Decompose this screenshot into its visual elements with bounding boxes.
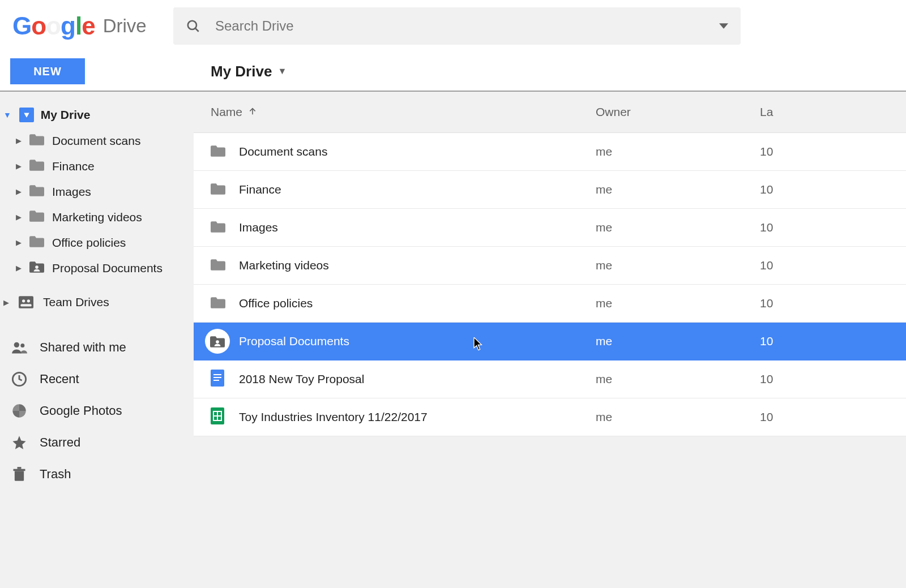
table-row[interactable]: Marketing videosme10 xyxy=(194,247,906,285)
file-name: Finance xyxy=(239,183,596,196)
folder-icon xyxy=(211,296,225,311)
breadcrumb[interactable]: My Drive ▼ xyxy=(211,63,287,80)
folder-icon xyxy=(211,258,225,273)
search-bar[interactable] xyxy=(173,7,741,45)
folder-icon xyxy=(29,133,44,148)
folder-icon xyxy=(211,182,225,198)
table-row[interactable]: Document scansme10 xyxy=(194,133,906,171)
product-label: Drive xyxy=(103,15,147,37)
chevron-down-icon: ▼ xyxy=(277,66,287,76)
nav-item-label: Trash xyxy=(40,467,71,482)
nav-item-trash[interactable]: Trash xyxy=(0,458,194,490)
file-modified: 10 xyxy=(760,183,906,196)
sidebar-item-marketing-videos[interactable]: ▶Marketing videos xyxy=(0,204,194,230)
file-owner: me xyxy=(596,183,760,196)
file-owner: me xyxy=(596,297,760,310)
nav-item-starred[interactable]: Starred xyxy=(0,427,194,458)
search-icon[interactable] xyxy=(186,19,200,33)
file-modified: 10 xyxy=(760,259,906,272)
file-name: Images xyxy=(239,221,596,234)
folder-icon xyxy=(29,209,44,225)
svg-point-2 xyxy=(35,265,39,269)
logo[interactable]: Google Drive xyxy=(12,12,173,40)
column-header-name[interactable]: Name xyxy=(211,105,596,119)
file-modified: 10 xyxy=(760,410,906,424)
sidebar-item-proposal-documents[interactable]: ▶Proposal Documents xyxy=(0,255,194,281)
column-modified-label: La xyxy=(760,105,773,118)
nav-item-google-photos[interactable]: Google Photos xyxy=(0,395,194,427)
shared-folder-icon xyxy=(205,329,230,354)
sidebar-item-label: Images xyxy=(52,185,91,199)
sidebar-item-office-policies[interactable]: ▶Office policies xyxy=(0,230,194,255)
caret-right-icon: ▶ xyxy=(16,264,22,272)
sidebar-item-label: Proposal Documents xyxy=(52,261,163,275)
nav-item-recent[interactable]: Recent xyxy=(0,363,194,395)
table-row[interactable]: Imagesme10 xyxy=(194,209,906,247)
sidebar: ▼ My Drive ▶Document scans▶Finance▶Image… xyxy=(0,92,194,588)
drive-icon xyxy=(19,108,34,122)
svg-rect-17 xyxy=(213,377,221,378)
google-sheet-icon xyxy=(211,407,224,427)
svg-rect-18 xyxy=(213,380,219,381)
sidebar-item-team-drives[interactable]: ▶ Team Drives xyxy=(0,289,194,316)
file-name: 2018 New Toy Proposal xyxy=(239,372,596,386)
caret-down-icon: ▼ xyxy=(3,110,11,119)
sidebar-root-label: My Drive xyxy=(41,108,91,122)
sidebar-item-label: Office policies xyxy=(52,236,126,250)
sidebar-item-label: Marketing videos xyxy=(52,211,142,224)
google-logo: Google xyxy=(12,12,95,40)
svg-point-7 xyxy=(14,342,19,347)
table-header: Name Owner La xyxy=(194,92,906,132)
folder-icon xyxy=(29,184,44,199)
svg-rect-11 xyxy=(14,469,25,471)
folder-icon xyxy=(29,158,44,174)
file-modified: 10 xyxy=(760,297,906,310)
sidebar-item-my-drive[interactable]: ▼ My Drive xyxy=(0,102,194,128)
new-button[interactable]: NEW xyxy=(10,58,85,84)
svg-point-14 xyxy=(216,340,219,344)
file-modified: 10 xyxy=(760,372,906,386)
table-row[interactable]: Proposal Documentsme10 xyxy=(194,323,906,360)
caret-right-icon: ▶ xyxy=(16,213,22,221)
svg-rect-10 xyxy=(15,471,24,481)
svg-point-4 xyxy=(22,299,25,302)
nav-item-label: Starred xyxy=(40,435,80,450)
star-icon xyxy=(11,435,27,450)
table-row[interactable]: Financeme10 xyxy=(194,171,906,209)
caret-right-icon: ▶ xyxy=(3,298,9,307)
svg-point-8 xyxy=(20,344,24,347)
search-input[interactable] xyxy=(215,18,704,34)
file-name: Office policies xyxy=(239,297,596,310)
table-row[interactable]: 2018 New Toy Proposalme10 xyxy=(194,360,906,398)
nav-item-label: Shared with me xyxy=(40,340,126,355)
column-header-owner[interactable]: Owner xyxy=(596,105,760,119)
sidebar-item-document-scans[interactable]: ▶Document scans xyxy=(0,128,194,153)
svg-rect-12 xyxy=(18,467,22,469)
trash-icon xyxy=(11,466,27,482)
subheader: NEW My Drive ▼ xyxy=(0,52,906,92)
folder-icon xyxy=(29,235,44,250)
main: Name Owner La Document scansme10Financem… xyxy=(194,92,906,588)
sidebar-item-images[interactable]: ▶Images xyxy=(0,179,194,204)
body: ▼ My Drive ▶Document scans▶Finance▶Image… xyxy=(0,92,906,588)
file-list: Document scansme10Financeme10Imagesme10M… xyxy=(194,132,906,436)
caret-right-icon: ▶ xyxy=(16,238,22,247)
nav-item-label: Google Photos xyxy=(40,404,122,418)
nav-item-label: Recent xyxy=(40,372,79,387)
sidebar-item-finance[interactable]: ▶Finance xyxy=(0,153,194,179)
column-header-modified[interactable]: La xyxy=(760,105,906,119)
caret-right-icon: ▶ xyxy=(16,136,22,145)
table-row[interactable]: Toy Industries Inventory 11/22/2017me10 xyxy=(194,398,906,436)
search-options-icon[interactable] xyxy=(719,22,728,31)
breadcrumb-title: My Drive xyxy=(211,63,272,80)
sidebar-item-label: Finance xyxy=(52,160,95,173)
file-owner: me xyxy=(596,372,760,386)
svg-rect-16 xyxy=(213,374,221,375)
team-drives-icon xyxy=(18,294,34,310)
file-name: Proposal Documents xyxy=(239,334,596,348)
svg-point-5 xyxy=(27,299,30,302)
nav-item-shared-with-me[interactable]: Shared with me xyxy=(0,332,194,363)
file-modified: 10 xyxy=(760,221,906,234)
table-row[interactable]: Office policiesme10 xyxy=(194,285,906,323)
sidebar-team-drives-label: Team Drives xyxy=(43,295,109,309)
